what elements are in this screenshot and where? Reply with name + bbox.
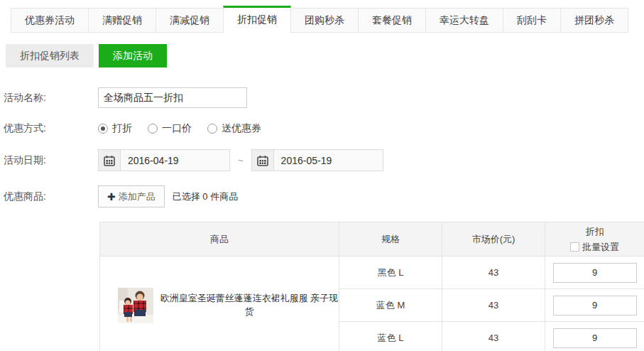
- radio-label: 一口价: [162, 122, 192, 135]
- end-date-picker[interactable]: 2016-05-19: [251, 149, 383, 171]
- tab-package-promo[interactable]: 套餐促销: [358, 8, 426, 33]
- product-cell: 欧洲皇室圣诞蕾丝蓬蓬连衣裙礼服服 亲子现货: [100, 256, 339, 351]
- header-product: 商品: [100, 222, 339, 256]
- price-cell: 43: [442, 322, 545, 351]
- start-date-value: 2016-04-19: [121, 155, 179, 166]
- discount-cell: [545, 322, 644, 351]
- radio-label: 送优惠券: [222, 122, 261, 135]
- radio-option-yikoujia[interactable]: 一口价: [148, 122, 192, 135]
- selected-count-hint: 已选择 0 件商品: [173, 190, 238, 203]
- spec-cell: 蓝色 M: [339, 289, 442, 322]
- discount-method-row: 优惠方式: 打折 一口价 送优惠券: [4, 122, 644, 135]
- activity-name-input[interactable]: [98, 87, 247, 108]
- batch-set-label: 批量设置: [582, 241, 619, 254]
- radio-unselected-icon[interactable]: [148, 124, 158, 134]
- discount-input[interactable]: [553, 328, 637, 348]
- calendar-icon[interactable]: [99, 150, 121, 171]
- price-cell: 43: [442, 256, 545, 289]
- tab-pintuan-seckill[interactable]: 拼团秒杀: [560, 8, 628, 33]
- tab-scratch-card[interactable]: 刮刮卡: [503, 8, 561, 33]
- header-price: 市场价(元): [442, 222, 545, 256]
- add-product-label: 添加产品: [119, 190, 155, 203]
- date-range-separator: ~: [238, 155, 244, 166]
- promo-products-row: 优惠商品: ✚ 添加产品 已选择 0 件商品: [4, 185, 644, 207]
- discount-input[interactable]: [553, 263, 637, 283]
- discount-cell: [545, 289, 644, 322]
- promotion-tabbar: 优惠券活动 满赠促销 满减促销 折扣促销 团购秒杀 套餐促销 幸运大转盘 刮刮卡…: [0, 0, 644, 33]
- batch-set-checkbox[interactable]: [570, 242, 579, 252]
- discount-method-options: 打折 一口价 送优惠券: [98, 122, 261, 135]
- radio-option-dazhe[interactable]: 打折: [98, 122, 132, 135]
- calendar-icon[interactable]: [252, 150, 274, 171]
- radio-option-songyouhuiquan[interactable]: 送优惠券: [207, 122, 261, 135]
- radio-unselected-icon[interactable]: [207, 124, 217, 134]
- radio-label: 打折: [112, 122, 132, 135]
- start-date-picker[interactable]: 2016-04-19: [98, 149, 230, 171]
- header-spec: 规格: [339, 222, 442, 256]
- table-row: 欧洲皇室圣诞蕾丝蓬蓬连衣裙礼服服 亲子现货 黑色 L 43: [100, 256, 644, 289]
- radio-selected-icon[interactable]: [98, 124, 108, 134]
- spec-cell: 蓝色 L: [339, 322, 442, 351]
- subnav: 折扣促销列表 添加活动: [6, 44, 644, 68]
- activity-date-row: 活动日期: 2016-04-19 ~: [4, 149, 644, 171]
- header-discount-label: 折扣: [586, 225, 604, 238]
- table-header-row: 商品 规格 市场价(元) 折扣 批量设置: [100, 222, 644, 256]
- product-discount-table: 商品 规格 市场价(元) 折扣 批量设置: [99, 222, 644, 351]
- activity-name-label: 活动名称:: [4, 92, 98, 104]
- discount-input[interactable]: [553, 296, 637, 315]
- product-name: 欧洲皇室圣诞蕾丝蓬蓬连衣裙礼服服 亲子现货: [160, 292, 339, 318]
- discount-list-button[interactable]: 折扣促销列表: [6, 44, 94, 68]
- spec-cell: 黑色 L: [339, 256, 442, 289]
- activity-name-row: 活动名称:: [4, 87, 644, 108]
- tab-full-reduce-promo[interactable]: 满减促销: [155, 8, 224, 33]
- add-product-button[interactable]: ✚ 添加产品: [98, 185, 165, 207]
- header-discount: 折扣 批量设置: [545, 222, 644, 256]
- tab-discount-promo[interactable]: 折扣促销: [223, 6, 291, 33]
- promo-products-label: 优惠商品:: [4, 190, 98, 203]
- tab-group-seckill[interactable]: 团购秒杀: [290, 8, 359, 33]
- discount-method-label: 优惠方式:: [4, 122, 98, 135]
- tab-coupon-activity[interactable]: 优惠券活动: [11, 8, 89, 33]
- add-activity-button[interactable]: 添加活动: [99, 44, 167, 68]
- activity-date-label: 活动日期:: [4, 154, 98, 167]
- plus-icon: ✚: [107, 192, 116, 202]
- tab-lucky-wheel[interactable]: 幸运大转盘: [425, 8, 503, 33]
- price-cell: 43: [442, 289, 545, 322]
- discount-cell: [545, 256, 644, 289]
- end-date-value: 2016-05-19: [274, 155, 332, 166]
- activity-form: 活动名称: 优惠方式: 打折 一口价 送优惠券 活动日期:: [4, 87, 644, 207]
- product-thumbnail-image: [118, 288, 153, 323]
- tab-full-gift-promo[interactable]: 满赠促销: [88, 8, 156, 33]
